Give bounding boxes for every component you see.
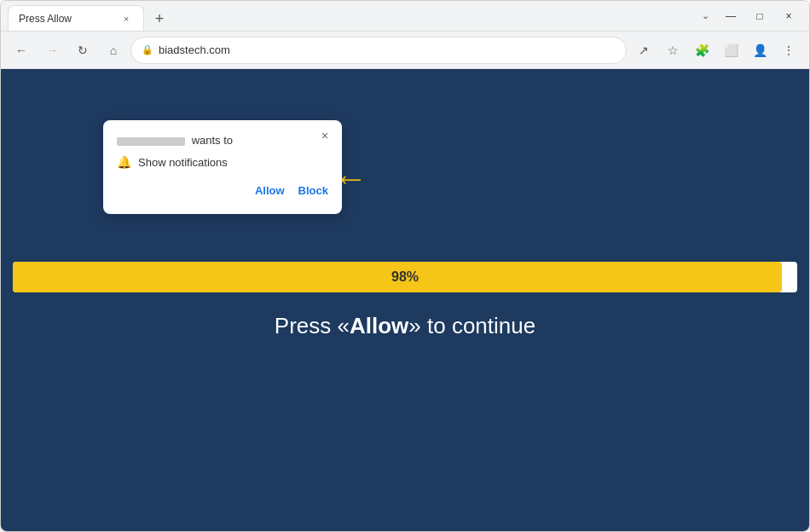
window-controls: ⌄ — □ × [688, 1, 809, 31]
popup-title: wants to [117, 134, 328, 147]
active-tab[interactable]: Press Allow × [8, 5, 144, 31]
address-bar[interactable]: 🔒 biadstech.com [130, 37, 627, 64]
site-name-redacted [117, 137, 185, 146]
popup-notification-label: Show notifications [138, 156, 228, 169]
allow-button[interactable]: Allow [255, 181, 285, 200]
chevron-button[interactable]: ⌄ [695, 6, 715, 26]
url-text: biadstech.com [159, 43, 616, 56]
title-bar: Press Allow × + ⌄ — □ × [1, 1, 809, 32]
page-content: × wants to 🔔 Show notifications Allow Bl… [1, 69, 809, 531]
tab-title: Press Allow [19, 13, 113, 25]
extensions-button[interactable]: 🧩 [688, 37, 715, 64]
tab-close-button[interactable]: × [119, 12, 133, 26]
instruction-keyword: Allow [350, 313, 408, 338]
progress-container: 98% [13, 262, 797, 292]
refresh-button[interactable]: ↻ [69, 37, 96, 64]
popup-wants-to-text: wants to [192, 134, 233, 147]
menu-button[interactable]: ⋮ [775, 37, 802, 64]
popup-actions: Allow Block [117, 181, 328, 200]
popup-close-button[interactable]: × [316, 127, 333, 144]
notification-popup: × wants to 🔔 Show notifications Allow Bl… [103, 120, 342, 214]
bookmark-button[interactable]: ☆ [659, 37, 686, 64]
popup-notification-row: 🔔 Show notifications [117, 155, 328, 169]
sidebar-button[interactable]: ⬜ [717, 37, 744, 64]
home-button[interactable]: ⌂ [100, 37, 127, 64]
bell-icon: 🔔 [117, 155, 131, 169]
page-instruction: Press «Allow» to continue [275, 313, 535, 339]
progress-text: 98% [391, 269, 419, 285]
block-button[interactable]: Block [298, 181, 328, 200]
navigation-bar: ← → ↻ ⌂ 🔒 biadstech.com ↗ ☆ 🧩 ⬜ 👤 ⋮ [1, 32, 809, 69]
new-tab-button[interactable]: + [148, 7, 171, 31]
lock-icon: 🔒 [142, 44, 153, 55]
maximize-button[interactable]: □ [746, 3, 773, 30]
browser-window: Press Allow × + ⌄ — □ × ← → ↻ ⌂ 🔒 biadst… [0, 0, 810, 532]
tab-strip: Press Allow × + [1, 1, 688, 31]
forward-button[interactable]: → [38, 37, 66, 64]
minimize-button[interactable]: — [717, 3, 744, 30]
close-button[interactable]: × [775, 3, 802, 30]
share-button[interactable]: ↗ [630, 37, 657, 64]
instruction-prefix: Press « [275, 313, 350, 338]
nav-actions: ↗ ☆ 🧩 ⬜ 👤 ⋮ [630, 37, 802, 64]
profile-button[interactable]: 👤 [746, 37, 773, 64]
back-button[interactable]: ← [8, 37, 35, 64]
instruction-suffix: » to continue [408, 313, 535, 338]
